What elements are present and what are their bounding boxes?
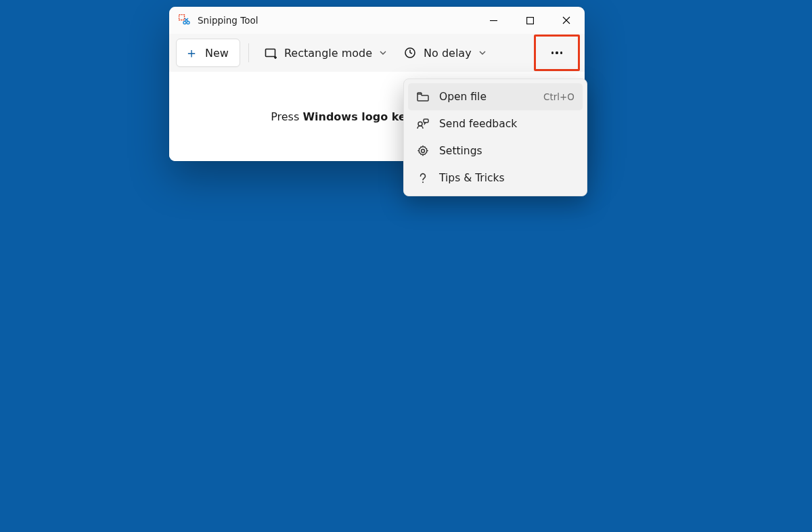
plus-icon: ＋ (185, 46, 198, 60)
svg-rect-0 (179, 15, 185, 20)
feedback-icon (416, 117, 430, 131)
more-button-highlight (534, 35, 580, 71)
svg-rect-9 (265, 49, 275, 57)
svg-point-2 (187, 22, 189, 24)
more-icon (560, 51, 562, 53)
menu-item-label: Open file (439, 91, 534, 103)
svg-rect-16 (424, 119, 428, 123)
minimize-button[interactable] (475, 7, 512, 34)
svg-point-17 (422, 150, 425, 153)
chevron-down-icon (478, 49, 487, 57)
clock-icon (403, 46, 417, 60)
rectangle-icon (264, 46, 277, 60)
toolbar: ＋ New Rectangle mode (169, 34, 585, 72)
titlebar[interactable]: Snipping Tool (169, 7, 585, 34)
hint-prefix: Press (271, 110, 302, 123)
mode-label: Rectangle mode (284, 47, 372, 60)
folder-open-icon (416, 90, 430, 104)
svg-point-1 (183, 22, 186, 24)
menu-item-open-file[interactable]: Open file Ctrl+O (408, 83, 583, 110)
minimize-icon (490, 17, 497, 24)
new-button-label: New (205, 47, 229, 60)
menu-item-label: Send feedback (439, 118, 574, 130)
app-icon (179, 14, 191, 26)
menu-item-label: Tips & Tricks (439, 172, 574, 184)
app-title: Snipping Tool (198, 15, 475, 26)
chevron-down-icon (379, 49, 387, 57)
more-icon (556, 51, 558, 53)
maximize-icon (526, 17, 534, 24)
menu-item-label: Settings (439, 145, 574, 157)
new-button[interactable]: ＋ New (176, 39, 240, 67)
menu-item-shortcut: Ctrl+O (543, 91, 574, 102)
help-icon (416, 171, 430, 185)
mode-dropdown[interactable]: Rectangle mode (257, 39, 394, 66)
delay-label: No delay (424, 47, 472, 60)
menu-item-send-feedback[interactable]: Send feedback (408, 110, 583, 137)
menu-item-tips-tricks[interactable]: Tips & Tricks (408, 164, 583, 192)
close-icon (562, 16, 570, 24)
window-controls (475, 7, 585, 34)
svg-point-15 (418, 122, 422, 126)
more-menu: Open file Ctrl+O Send feedback Settings (403, 79, 587, 196)
svg-rect-6 (526, 17, 533, 24)
delay-dropdown[interactable]: No delay (397, 39, 493, 66)
maximize-button[interactable] (512, 7, 548, 34)
close-button[interactable] (548, 7, 585, 34)
separator (248, 43, 249, 62)
svg-line-14 (410, 53, 412, 53)
menu-item-settings[interactable]: Settings (408, 137, 583, 164)
more-button[interactable] (551, 51, 562, 53)
svg-point-18 (422, 181, 424, 183)
more-icon (551, 51, 554, 53)
settings-icon (416, 144, 430, 158)
